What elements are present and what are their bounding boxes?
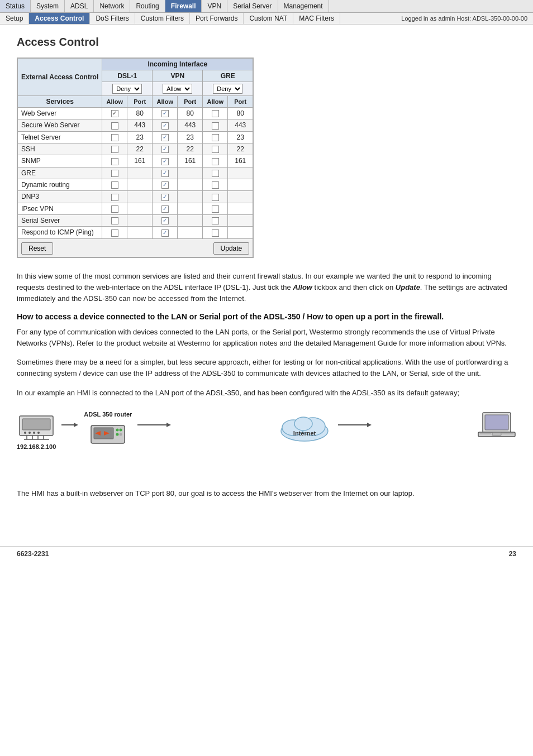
vpn-policy-dropdown[interactable]: Allow Deny [163,84,192,94]
vpn-allow-checkbox[interactable] [161,217,169,224]
gre-allow-checkbox-cell[interactable] [203,119,228,131]
vpn-allow-checkbox-cell[interactable] [153,108,178,119]
dsl-allow-checkbox-cell[interactable] [102,203,127,214]
dsl-allow-checkbox-cell[interactable] [102,191,127,203]
body-paragraph-3: Sometimes there may be a need for a simp… [17,357,516,379]
dsl-allow-checkbox[interactable] [111,194,118,201]
vpn-port-cell [178,203,203,214]
gre-allow-checkbox[interactable] [212,170,219,177]
nav-firewall[interactable]: Firewall [165,0,202,12]
dsl-allow-checkbox-cell[interactable] [102,227,127,238]
gre-allow-checkbox-cell[interactable] [203,155,228,167]
table-row: Dynamic routing [18,179,253,190]
subnav-custom-filters[interactable]: Custom Filters [135,13,190,24]
dsl-allow-checkbox[interactable] [111,205,118,213]
gre-port-cell: 443 [228,119,253,131]
dsl-allow-checkbox-cell[interactable] [102,108,127,119]
nav-system[interactable]: System [31,0,65,12]
vpn-allow-checkbox[interactable] [161,110,169,117]
vpn-allow-checkbox-cell[interactable] [153,214,178,226]
vpn-allow-checkbox-cell[interactable] [153,179,178,190]
dsl-allow-checkbox[interactable] [111,146,118,153]
nav-routing[interactable]: Routing [130,0,165,12]
dsl-allow-checkbox-cell[interactable] [102,143,127,155]
gre-allow-checkbox-cell[interactable] [203,167,228,179]
gre-allow-checkbox[interactable] [212,217,219,224]
gre-allow-checkbox-cell[interactable] [203,179,228,190]
gre-allow-checkbox-cell[interactable] [203,203,228,214]
gre-allow-checkbox-cell[interactable] [203,191,228,203]
dsl-allow-checkbox[interactable] [111,110,118,117]
dsl-port-cell [127,227,153,238]
vpn-allow-checkbox-cell[interactable] [153,143,178,155]
table-row: Web Server808080 [18,108,253,119]
vpn-allow-checkbox[interactable] [161,158,169,165]
dsl-allow-checkbox-cell[interactable] [102,214,127,226]
dsl-allow-checkbox[interactable] [111,158,118,165]
dsl-allow-checkbox[interactable] [111,170,118,177]
subnav-access-control[interactable]: Access Control [29,13,90,24]
subnav-mac-filters[interactable]: MAC Filters [293,13,340,24]
update-button[interactable]: Update [213,242,250,255]
gre-allow-checkbox-cell[interactable] [203,131,228,143]
vpn-allow-checkbox[interactable] [161,229,169,237]
vpn-port-cell: 161 [178,155,203,167]
dsl-allow-checkbox-cell[interactable] [102,179,127,190]
nav-vpn[interactable]: VPN [202,0,227,12]
cloud-icon: Internet [277,410,332,443]
gre-policy-dropdown[interactable]: Deny Allow [213,84,242,94]
gre-allow-checkbox[interactable] [212,181,219,189]
dsl-allow-checkbox-cell[interactable] [102,155,127,167]
gre-allow-checkbox-cell[interactable] [203,214,228,226]
dsl-allow-checkbox[interactable] [111,134,118,141]
gre-allow-checkbox-cell[interactable] [203,227,228,238]
vpn-allow-checkbox-cell[interactable] [153,131,178,143]
gre-allow-checkbox[interactable] [212,110,219,117]
dsl-allow-checkbox[interactable] [111,217,118,224]
subnav-dos-filters[interactable]: DoS Filters [90,13,135,24]
subnav-custom-nat[interactable]: Custom NAT [244,13,293,24]
dsl-allow-checkbox[interactable] [111,181,118,189]
gre-allow-checkbox[interactable] [212,229,219,237]
vpn-allow-checkbox-cell[interactable] [153,155,178,167]
gre-allow-checkbox[interactable] [212,122,219,130]
page-content: Access Control External Access Control I… [0,25,533,524]
nav-serial-server[interactable]: Serial Server [227,0,278,12]
nav-management[interactable]: Management [278,0,329,12]
vpn-allow-checkbox[interactable] [161,181,169,189]
subnav-setup[interactable]: Setup [0,13,29,24]
vpn-allow-checkbox[interactable] [161,194,169,201]
dsl-allow-checkbox[interactable] [111,229,118,237]
reset-button[interactable]: Reset [21,242,53,255]
dsl-allow-checkbox[interactable] [111,122,118,130]
vpn-allow-checkbox[interactable] [161,170,169,177]
nav-adsl[interactable]: ADSL [65,0,94,12]
gre-allow-checkbox-cell[interactable] [203,108,228,119]
dsl-allow-checkbox-cell[interactable] [102,131,127,143]
nav-status[interactable]: Status [0,0,31,12]
dsl1-policy-dropdown[interactable]: Deny Allow [112,84,142,94]
nav-network[interactable]: Network [94,0,130,12]
gre-allow-checkbox[interactable] [212,158,219,165]
dsl-allow-checkbox-cell[interactable] [102,119,127,131]
vpn-allow-checkbox-cell[interactable] [153,167,178,179]
vpn-allow-checkbox[interactable] [161,122,169,130]
subnav-port-forwards[interactable]: Port Forwards [190,13,244,24]
dsl-allow-checkbox-cell[interactable] [102,167,127,179]
vpn-allow-checkbox[interactable] [161,205,169,213]
vpn-allow-checkbox[interactable] [161,134,169,141]
gre-allow-checkbox[interactable] [212,146,219,153]
gre-allow-checkbox[interactable] [212,194,219,201]
vpn-allow-checkbox-cell[interactable] [153,191,178,203]
vpn-allow-checkbox-cell[interactable] [153,203,178,214]
vpn-allow-checkbox[interactable] [161,146,169,153]
gre-policy-cell: Deny Allow [203,82,253,96]
svg-point-26 [294,417,312,430]
svg-point-18 [120,428,122,431]
gre-allow-checkbox-cell[interactable] [203,143,228,155]
gre-allow-col-header: Allow [203,96,228,108]
gre-allow-checkbox[interactable] [212,205,219,213]
vpn-allow-checkbox-cell[interactable] [153,119,178,131]
gre-allow-checkbox[interactable] [212,134,219,141]
vpn-allow-checkbox-cell[interactable] [153,227,178,238]
